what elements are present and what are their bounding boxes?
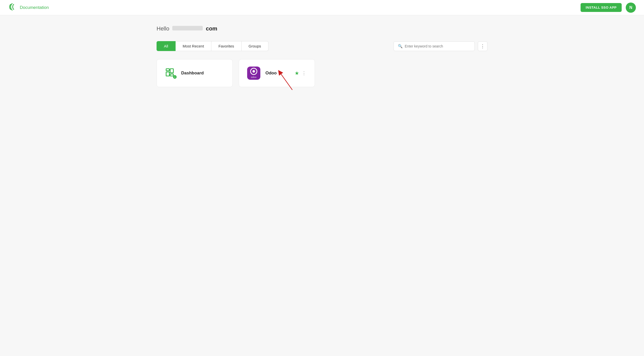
tab-most-recent[interactable]: Most Recent <box>176 41 211 51</box>
dashboard-card[interactable]: Dashboard <box>157 59 233 87</box>
logo-area: Documentation <box>8 2 49 13</box>
dashboard-badge <box>173 75 177 79</box>
odoo-text-label: odoo <box>251 76 257 78</box>
odoo-card[interactable]: odoo Odoo ★ ⋮ <box>239 59 315 87</box>
navbar-actions: INSTALL SSO APP N <box>581 3 636 13</box>
hello-label: Hello <box>157 25 169 32</box>
tab-groups[interactable]: Groups <box>242 41 268 51</box>
red-arrow-annotation <box>272 62 302 92</box>
odoo-app-icon: odoo <box>247 67 260 80</box>
domain-label: com <box>206 25 217 32</box>
logo-icon <box>8 2 17 13</box>
cards-wrapper: Dashboard odoo Odoo ★ ⋮ <box>157 59 487 87</box>
svg-rect-1 <box>166 72 170 76</box>
svg-rect-0 <box>166 69 170 71</box>
tab-all[interactable]: All <box>157 41 176 51</box>
tab-favorites[interactable]: Favorites <box>211 41 242 51</box>
avatar[interactable]: N <box>626 3 636 13</box>
more-options-icon[interactable]: ⋮ <box>302 70 307 76</box>
svg-rect-2 <box>170 69 174 73</box>
brand-label: Documentation <box>20 5 49 10</box>
search-input[interactable] <box>405 44 470 48</box>
main-content: Hello com All Most Recent Favorites Grou… <box>144 15 500 97</box>
filter-tabs: All Most Recent Favorites Groups <box>157 41 268 51</box>
cards-grid: Dashboard odoo Odoo ★ ⋮ <box>157 59 487 87</box>
odoo-card-meta: ★ ⋮ <box>295 70 307 76</box>
search-icon: 🔍 <box>398 44 403 48</box>
odoo-icon-inner: odoo <box>250 68 257 78</box>
favorite-star-icon[interactable]: ★ <box>295 70 299 76</box>
navbar: Documentation INSTALL SSO APP N <box>0 0 644 15</box>
install-sso-button[interactable]: INSTALL SSO APP <box>581 3 622 12</box>
greeting-section: Hello com <box>157 25 487 32</box>
odoo-card-name: Odoo <box>265 71 277 76</box>
svg-rect-3 <box>170 74 174 76</box>
search-box: 🔍 <box>394 41 475 51</box>
more-options-button[interactable]: ⋮ <box>478 41 487 51</box>
search-area: 🔍 ⋮ <box>394 41 487 51</box>
filter-row: All Most Recent Favorites Groups 🔍 ⋮ <box>157 41 487 51</box>
user-name-redacted <box>172 26 203 30</box>
dashboard-card-name: Dashboard <box>181 71 204 76</box>
dashboard-icon <box>165 68 176 79</box>
svg-line-4 <box>280 72 292 90</box>
vertical-dots-icon: ⋮ <box>480 43 485 49</box>
